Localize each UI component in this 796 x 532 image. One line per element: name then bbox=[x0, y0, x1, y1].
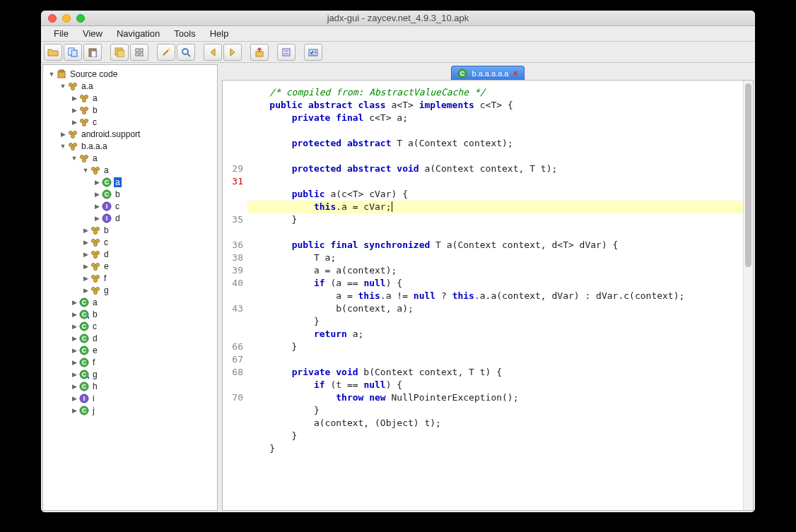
twisty-collapsed-icon[interactable]: ▶ bbox=[81, 262, 90, 271]
tree-node[interactable]: ▶Cj bbox=[43, 404, 217, 416]
twisty-collapsed-icon[interactable]: ▶ bbox=[93, 214, 101, 223]
tree-node[interactable]: ▶Cg bbox=[43, 368, 217, 380]
wand-icon bbox=[161, 47, 171, 57]
twisty-collapsed-icon[interactable]: ▶ bbox=[93, 178, 101, 187]
svg-rect-14 bbox=[256, 52, 263, 57]
tree-node[interactable]: ▶Cf bbox=[43, 356, 217, 368]
menu-navigation[interactable]: Navigation bbox=[110, 27, 167, 40]
paste-button[interactable] bbox=[83, 44, 102, 61]
tree-node[interactable]: ▶Ch bbox=[43, 380, 217, 392]
gutter-line bbox=[223, 99, 243, 112]
tree-node[interactable]: ▶Ce bbox=[43, 344, 217, 356]
twisty-collapsed-icon[interactable]: ▶ bbox=[70, 346, 78, 355]
twisty-collapsed-icon[interactable]: ▶ bbox=[70, 310, 78, 319]
twisty-expanded-icon[interactable]: ▼ bbox=[59, 142, 67, 150]
twisty-collapsed-icon[interactable]: ▶ bbox=[70, 118, 78, 126]
tree-node[interactable]: ▶b bbox=[43, 224, 217, 236]
gutter-line: 36 bbox=[223, 239, 243, 252]
tree-node[interactable]: ▶Ic bbox=[43, 200, 217, 212]
export-button[interactable] bbox=[250, 44, 269, 61]
gutter-line bbox=[223, 379, 243, 391]
tree-label: g bbox=[103, 285, 110, 295]
tree-node[interactable]: ▶f bbox=[43, 272, 217, 284]
save-all-button[interactable] bbox=[110, 44, 129, 61]
twisty-collapsed-icon[interactable]: ▶ bbox=[81, 250, 90, 259]
twisty-collapsed-icon[interactable]: ▶ bbox=[70, 394, 78, 403]
twisty-collapsed-icon[interactable]: ▶ bbox=[70, 322, 78, 331]
project-tree[interactable]: ▼Source code▼a.a▶a▶b▶c▶android.support▼b… bbox=[42, 64, 218, 511]
twisty-collapsed-icon[interactable]: ▶ bbox=[59, 130, 67, 138]
gutter-line: 31 bbox=[223, 175, 243, 188]
back-button[interactable] bbox=[204, 44, 222, 61]
menu-help[interactable]: Help bbox=[203, 27, 236, 40]
twisty-collapsed-icon[interactable]: ▶ bbox=[70, 358, 78, 367]
tree-node[interactable]: ▶Cc bbox=[43, 320, 217, 332]
code-editor[interactable]: 293135363839404366676870 /* compiled fro… bbox=[222, 80, 754, 511]
tree-node[interactable]: ▶android.support bbox=[43, 128, 217, 140]
twisty-collapsed-icon[interactable]: ▶ bbox=[70, 334, 78, 343]
copy-button[interactable] bbox=[64, 44, 82, 61]
twisty-collapsed-icon[interactable]: ▶ bbox=[70, 370, 78, 379]
close-window-button[interactable] bbox=[48, 14, 57, 23]
twisty-expanded-icon[interactable]: ▼ bbox=[81, 166, 90, 175]
twisty-collapsed-icon[interactable]: ▶ bbox=[81, 286, 90, 295]
code-line bbox=[247, 353, 743, 366]
forward-button[interactable] bbox=[223, 44, 242, 61]
code-content[interactable]: /* compiled from: AbstractValueCache */ … bbox=[247, 81, 743, 510]
twisty-expanded-icon[interactable]: ▼ bbox=[70, 154, 78, 162]
tree-node[interactable]: ▶Ca bbox=[43, 296, 217, 308]
tree-node[interactable]: ▼a bbox=[43, 164, 217, 176]
twisty-expanded-icon[interactable]: ▼ bbox=[47, 70, 56, 78]
tree-node[interactable]: ▶Ca bbox=[43, 176, 217, 188]
menu-view[interactable]: View bbox=[76, 27, 110, 40]
pkg-icon bbox=[67, 141, 78, 151]
twisty-collapsed-icon[interactable]: ▶ bbox=[81, 238, 90, 247]
code-line: this.a = cVar; bbox=[247, 201, 743, 213]
settings-button[interactable] bbox=[277, 44, 295, 61]
search-button[interactable] bbox=[177, 44, 195, 61]
twisty-collapsed-icon[interactable]: ▶ bbox=[81, 226, 90, 235]
twisty-collapsed-icon[interactable]: ▶ bbox=[70, 94, 78, 102]
twisty-collapsed-icon[interactable]: ▶ bbox=[70, 106, 78, 114]
open-button[interactable] bbox=[44, 44, 62, 61]
tab-active[interactable]: C b.a.a.a.a.a × bbox=[451, 66, 524, 80]
pkg-icon bbox=[90, 165, 100, 175]
minimize-window-button[interactable] bbox=[62, 14, 71, 23]
twisty-collapsed-icon[interactable]: ▶ bbox=[70, 382, 78, 391]
twisty-collapsed-icon[interactable]: ▶ bbox=[93, 190, 101, 199]
sync-button[interactable] bbox=[130, 44, 148, 61]
zoom-window-button[interactable] bbox=[76, 14, 85, 23]
svg-point-60 bbox=[93, 242, 97, 246]
svg-rect-8 bbox=[136, 53, 139, 56]
tree-node[interactable]: ▼Source code bbox=[43, 68, 217, 80]
twisty-expanded-icon[interactable]: ▼ bbox=[59, 82, 67, 90]
tree-node[interactable]: ▶c bbox=[43, 116, 217, 128]
tree-node[interactable]: ▶g bbox=[43, 284, 217, 296]
twisty-collapsed-icon[interactable]: ▶ bbox=[70, 298, 78, 307]
tree-node[interactable]: ▶a bbox=[43, 92, 217, 104]
tree-node[interactable]: ▶c bbox=[43, 236, 217, 248]
tree-node[interactable]: ▼a.a bbox=[43, 80, 217, 92]
tree-node[interactable]: ▶b bbox=[43, 104, 217, 116]
tree-label: d bbox=[114, 213, 122, 223]
tree-node[interactable]: ▶Cb bbox=[43, 188, 217, 200]
twisty-collapsed-icon[interactable]: ▶ bbox=[81, 274, 90, 283]
tree-node[interactable]: ▶e bbox=[43, 260, 217, 272]
menu-file[interactable]: File bbox=[47, 27, 76, 40]
vertical-scrollbar[interactable] bbox=[743, 81, 753, 510]
tree-node[interactable]: ▶Id bbox=[43, 212, 217, 224]
scrollbar-thumb[interactable] bbox=[745, 83, 751, 267]
menu-tools[interactable]: Tools bbox=[167, 27, 202, 40]
tree-node[interactable]: ▶Cd bbox=[43, 332, 217, 344]
wand-button[interactable] bbox=[157, 44, 175, 61]
tree-node[interactable]: ▼a bbox=[43, 152, 217, 164]
tree-node[interactable]: ▼b.a.a.a bbox=[43, 140, 217, 152]
sync-icon bbox=[134, 47, 144, 57]
tree-node[interactable]: ▶Cb bbox=[43, 308, 217, 320]
preferences-button[interactable] bbox=[304, 44, 322, 61]
tree-node[interactable]: ▶d bbox=[43, 248, 217, 260]
tree-node[interactable]: ▶Ii bbox=[43, 392, 217, 404]
twisty-collapsed-icon[interactable]: ▶ bbox=[93, 202, 101, 211]
close-tab-button[interactable]: × bbox=[513, 69, 517, 78]
twisty-collapsed-icon[interactable]: ▶ bbox=[70, 406, 78, 415]
